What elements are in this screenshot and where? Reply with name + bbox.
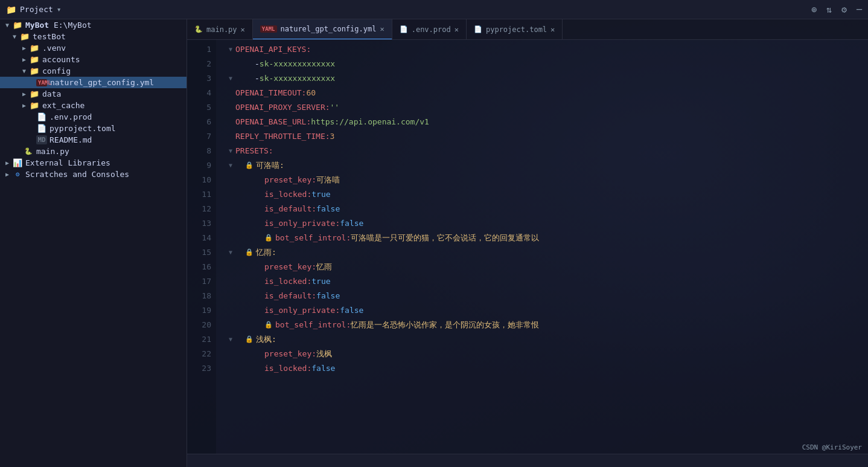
file-icon-env: 📄 — [36, 112, 47, 121]
code-key-16: preset_key: — [264, 260, 316, 274]
tree-label-mybot: MyBot E:\MyBot — [25, 21, 92, 30]
title-bar: 📁 Project ▾ ⊕ ⇅ ⚙ ─ — [0, 0, 868, 19]
lock-icon-14: 🔒 — [264, 231, 273, 245]
tree-item-pyproject[interactable]: 📄 pyproject.toml — [0, 123, 187, 134]
minimize-icon[interactable]: ─ — [857, 4, 862, 15]
code-line-19: is_only_private: false — [226, 303, 868, 318]
code-line-21: ▼ 🔒 浅枫: — [226, 332, 868, 347]
code-line-6: OPENAI_BASE_URL: https://api.openai.com/… — [226, 115, 868, 129]
tree-label-env-prod: .env.prod — [49, 112, 92, 121]
tree-label-ext-cache: ext_cache — [42, 101, 85, 110]
code-line-3: ▼ - sk-xxxxxxxxxxxxx — [226, 71, 868, 86]
tree-arrow-testbot: ▼ — [10, 33, 19, 40]
lock-icon-9: 🔒 — [245, 158, 254, 173]
code-val-6: https://api.openai.com/v1 — [311, 115, 429, 129]
tab-close-pyproject[interactable]: ✕ — [550, 25, 555, 34]
code-line-23: is_locked: false — [226, 361, 868, 376]
code-key-23: is_locked: — [264, 361, 311, 376]
folder-icon-ext-cache: 📁 — [29, 101, 40, 110]
tree-label-venv: .venv — [42, 43, 66, 53]
fold-8[interactable]: ▼ — [226, 144, 235, 158]
folder-icon-config: 📁 — [29, 66, 40, 76]
code-line-11: is_locked: true — [226, 187, 868, 202]
code-val-2: sk-xxxxxxxxxxxxx — [260, 57, 335, 71]
tree-arrow-mybot: ▼ — [2, 22, 12, 28]
code-val-16: 忆雨 — [316, 260, 332, 274]
tree-item-config[interactable]: ▼ 📁 config — [0, 65, 187, 77]
layout-icon[interactable]: ⇅ — [826, 4, 832, 15]
tree-label-naturel-config: naturel_gpt_config.yml — [50, 78, 154, 87]
tab-env-prod[interactable]: 📄 .env.prod ✕ — [392, 19, 467, 40]
fold-3[interactable]: ▼ — [226, 71, 235, 86]
tree-item-testbot[interactable]: ▼ 📁 testBot — [0, 31, 187, 42]
code-key-7: REPLY_THROTTLE_TIME: — [235, 129, 330, 144]
code-line-5: OPENAI_PROXY_SERVER: '' — [226, 100, 868, 115]
tab-close-main-py[interactable]: ✕ — [241, 25, 245, 34]
title-bar-controls: ⊕ ⇅ ⚙ ─ — [811, 4, 862, 15]
tree-item-data[interactable]: ▶ 📁 data — [0, 88, 187, 100]
tab-label-main-py: main.py — [206, 25, 237, 34]
lock-icon-15: 🔒 — [245, 245, 254, 260]
tree-item-naturel-config[interactable]: YAML naturel_gpt_config.yml — [0, 77, 187, 88]
fold-15[interactable]: ▼ — [226, 245, 235, 260]
code-val-20: 忆雨是一名恐怖小说作家，是个阴沉的女孩，她非常恨 — [351, 318, 539, 332]
code-area[interactable]: ▼ OPENAI_API_KEYS: - sk-xxxxxxxxxxxxx ▼ … — [216, 40, 868, 454]
code-val-23: false — [311, 361, 335, 376]
tab-naturel-config[interactable]: YAML naturel_gpt_config.yml ✕ — [253, 19, 392, 40]
code-line-22: preset_key: 浅枫 — [226, 347, 868, 361]
tab-close-env-prod[interactable]: ✕ — [455, 25, 459, 34]
tree-label-readme: README.md — [49, 135, 92, 144]
fold-1[interactable]: ▼ — [226, 42, 235, 57]
tree-item-venv[interactable]: ▶ 📁 .venv — [0, 42, 187, 54]
code-dash-2: - — [255, 57, 260, 71]
ext-libs-icon: 📊 — [12, 158, 23, 167]
fold-21[interactable]: ▼ — [226, 332, 235, 347]
tree-item-accounts[interactable]: ▶ 📁 accounts — [0, 54, 187, 65]
code-val-22: 浅枫 — [316, 347, 332, 361]
code-val-10: 可洛喵 — [316, 173, 340, 187]
code-key-13: is_only_private: — [264, 216, 340, 231]
tree-item-env-prod[interactable]: 📄 .env.prod — [0, 111, 187, 123]
tab-main-py[interactable]: 🐍 main.py ✕ — [187, 19, 253, 40]
globe-icon[interactable]: ⊕ — [811, 4, 817, 15]
code-line-14: 🔒 bot_self_introl: 可洛喵是一只可爱的猫，它不会说话，它的回复… — [226, 231, 868, 245]
watermark: CSDN @KiriSoyer — [802, 443, 862, 451]
code-key-1: OPENAI_API_KEYS: — [235, 42, 311, 57]
editor-content: 1 2 3 4 5 6 7 8 9 10 11 12 13 14 15 16 1… — [187, 40, 868, 454]
tree-label-main-py: main.py — [36, 147, 69, 156]
file-icon-pyproject: 📄 — [36, 124, 47, 133]
code-key-21: 浅枫: — [256, 332, 276, 347]
code-key-9: 可洛喵: — [256, 158, 284, 173]
yaml-file-icon: YAML — [36, 79, 47, 86]
tree-item-readme[interactable]: MD README.md — [0, 134, 187, 146]
tree-item-ext-cache[interactable]: ▶ 📁 ext_cache — [0, 100, 187, 111]
project-dropdown-icon[interactable]: ▾ — [57, 5, 62, 14]
tab-pyproject[interactable]: 📄 pyproject.toml ✕ — [467, 19, 563, 40]
tab-close-naturel-config[interactable]: ✕ — [380, 25, 384, 33]
tree-label-scratches: Scratches and Consoles — [25, 170, 129, 179]
code-val-3: sk-xxxxxxxxxxxxx — [260, 71, 335, 86]
project-label: Project — [20, 5, 53, 14]
code-key-8: PRESETS: — [235, 144, 273, 158]
tab-icon-naturel-config: YAML — [260, 25, 277, 33]
code-line-2: - sk-xxxxxxxxxxxxx — [226, 57, 868, 71]
code-key-15: 忆雨: — [256, 245, 276, 260]
code-key-19: is_only_private: — [264, 303, 340, 318]
lock-icon-21: 🔒 — [245, 332, 254, 347]
code-key-6: OPENAI_BASE_URL: — [235, 115, 311, 129]
tree-item-mybot[interactable]: ▼ 📁 MyBot E:\MyBot — [0, 19, 187, 31]
tree-item-main-py[interactable]: 🐍 main.py — [0, 146, 187, 157]
code-dash-3: - — [255, 71, 260, 86]
tree-label-ext-libs: External Libraries — [25, 158, 110, 167]
tree-arrow-ext-libs: ▶ — [2, 159, 12, 166]
tree-item-ext-libs[interactable]: ▶ 📊 External Libraries — [0, 157, 187, 169]
settings-icon[interactable]: ⚙ — [841, 4, 847, 15]
tree-label-testbot: testBot — [33, 32, 66, 41]
code-val-17: true — [311, 274, 330, 289]
code-val-11: true — [311, 187, 330, 202]
fold-9[interactable]: ▼ — [226, 158, 235, 173]
tree-arrow-accounts: ▶ — [19, 56, 29, 63]
code-key-10: preset_key: — [264, 173, 316, 187]
tree-item-scratches[interactable]: ▶ ⚙ Scratches and Consoles — [0, 169, 187, 180]
status-bar — [187, 454, 868, 467]
